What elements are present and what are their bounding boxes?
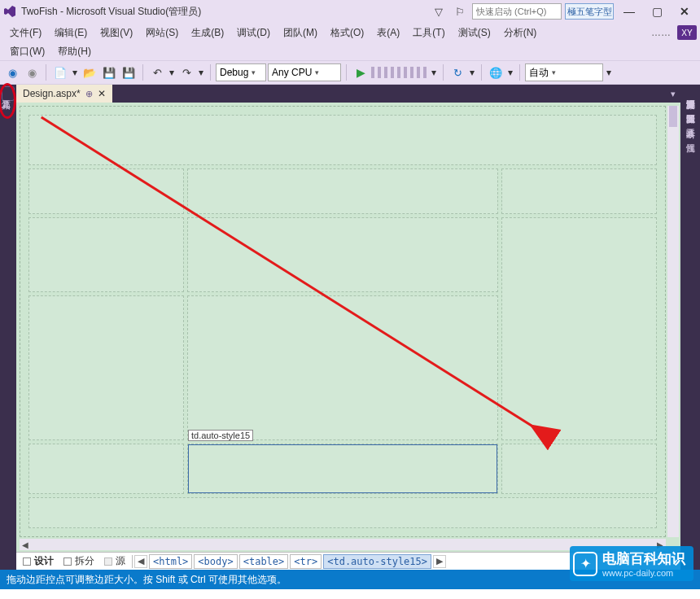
tab-close-icon[interactable]: ✕ [98,88,106,99]
document-tab[interactable]: Design.aspx* ⊕ ✕ [16,85,112,103]
scrollbar-track[interactable] [31,540,654,549]
toolbox-tab[interactable]: 工具箱 [2,86,15,101]
document-area: Design.aspx* ⊕ ✕ ▾ td.auto-sty [16,85,680,570]
view-tab-label: 拆分 [75,554,94,568]
table-cell[interactable] [28,295,184,440]
table-cell[interactable] [28,217,184,292]
layout-table[interactable]: td.auto-style15 [25,111,660,531]
view-tab-split[interactable]: 拆分 [59,553,99,569]
restore-button[interactable]: ▢ [645,3,669,20]
vs-logo-icon [3,5,16,18]
menu-team[interactable]: 团队(M) [277,24,324,42]
redo-button[interactable]: ↷ [177,63,195,81]
table-cell[interactable] [187,295,498,440]
menu-window[interactable]: 窗口(W) [3,43,51,60]
new-project-button[interactable]: 📄 [51,63,69,81]
save-button[interactable]: 💾 [100,63,118,81]
main-area: 工具箱 Design.aspx* ⊕ ✕ ▾ [0,85,700,570]
open-button[interactable]: 📂 [81,63,98,81]
breadcrumb-td[interactable]: <td.auto-style15> [323,554,431,569]
table-cell[interactable] [501,444,657,494]
refresh-dropdown[interactable]: ▾ [468,67,476,78]
auto-dropdown2[interactable]: ▾ [605,67,613,78]
notifications-icon[interactable]: ▽ [430,2,448,20]
auto-combo[interactable]: 自动▾ [525,63,603,81]
table-cell[interactable] [28,168,184,214]
table-cell[interactable] [28,444,184,494]
scroll-left-arrow[interactable]: ◀ [20,539,31,550]
table-cell[interactable]: td.auto-style15 [187,444,498,494]
menu-file[interactable]: 文件(F) [3,24,48,42]
table-cell[interactable] [28,497,657,528]
breadcrumb-next[interactable]: ▶ [433,555,446,568]
menu-debug[interactable]: 调试(D) [230,24,277,42]
title-bar: TwoFish - Microsoft Visual Studio(管理员) ▽… [0,0,700,23]
undo-button[interactable]: ↶ [148,63,166,81]
menu-tools[interactable]: 工具(T) [406,24,451,42]
menu-analyze[interactable]: 分析(N) [497,24,544,42]
team-explorer-tab[interactable]: 团队资源管理器 [683,103,698,112]
menu-build[interactable]: 生成(B) [185,24,230,42]
menu-table[interactable]: 表(A) [370,24,406,42]
split-view-icon [63,557,72,566]
breadcrumb-html[interactable]: <html> [149,554,192,569]
nav-forward-button[interactable]: ◉ [23,63,41,81]
selected-cell[interactable] [188,444,497,493]
breadcrumb-table[interactable]: <table> [239,554,289,569]
save-all-button[interactable]: 💾 [120,63,138,81]
design-canvas[interactable]: td.auto-style15 ◀ ▶ [16,103,680,552]
view-tab-source[interactable]: 源 [99,553,130,569]
table-cell[interactable] [501,217,657,440]
close-button[interactable]: ✕ [672,3,697,20]
table-cell[interactable] [501,168,657,214]
run-button[interactable]: ▶ [352,63,370,81]
platform-combo[interactable]: Any CPU▾ [268,63,341,81]
quick-launch-input[interactable] [472,3,562,20]
table-cell[interactable] [28,115,657,165]
feedback-icon[interactable]: ⚐ [451,2,469,20]
left-rail: 工具箱 [0,85,16,570]
horizontal-scrollbar[interactable]: ◀ ▶ [20,539,666,550]
view-tab-design[interactable]: 设计 [18,553,59,569]
pin-icon[interactable]: ⊕ [85,89,93,99]
source-view-icon [104,557,112,566]
tab-strip: Design.aspx* ⊕ ✕ ▾ [16,85,680,103]
breadcrumb-prev[interactable]: ◀ [134,555,147,568]
run-target-blur[interactable] [371,67,428,78]
menu-test[interactable]: 测试(S) [452,24,497,42]
account-menu[interactable]: …… [651,27,671,38]
redo-dropdown[interactable]: ▾ [197,67,205,78]
browse-dropdown[interactable]: ▾ [506,67,514,78]
menu-format[interactable]: 格式(O) [324,24,370,42]
refresh-button[interactable]: ↻ [448,63,466,81]
browse-button[interactable]: 🌐 [487,63,505,81]
nav-back-button[interactable]: ◉ [3,63,21,81]
minimize-button[interactable]: — [617,3,641,20]
vertical-scrollbar[interactable] [667,106,679,537]
breadcrumb-tr[interactable]: <tr> [290,554,322,569]
watermark-url: www.pc-daily.com [602,568,685,578]
table-cell[interactable] [187,168,498,214]
user-badge[interactable]: XY [677,25,697,40]
solution-explorer-tab[interactable]: 解决方案资源管理器 [683,88,698,98]
view-tab-label: 源 [116,554,125,568]
properties-tab[interactable]: 属性 [683,132,698,142]
toolbar: ◉ ◉ 📄 ▾ 📂 💾 💾 ↶ ▾ ↷ ▾ Debug▾ Any CPU▾ ▶ … [0,60,700,85]
watermark: ✦ 电脑百科知识 www.pc-daily.com [570,546,693,581]
new-project-dropdown[interactable]: ▾ [71,67,79,78]
scrollbar-thumb[interactable] [669,106,677,127]
undo-dropdown[interactable]: ▾ [168,67,176,78]
menu-view[interactable]: 视图(V) [94,24,139,42]
selected-cell-tag: td.auto-style15 [188,430,253,441]
run-dropdown[interactable]: ▾ [430,67,438,78]
auto-label: 自动 [529,66,549,80]
menu-edit[interactable]: 编辑(E) [48,24,94,42]
tab-overflow-button[interactable]: ▾ [666,85,680,103]
diagnostics-tab[interactable]: 诊断工具 [683,117,698,127]
table-cell[interactable] [187,217,498,292]
menu-help[interactable]: 帮助(H) [51,43,98,60]
menu-website[interactable]: 网站(S) [139,24,185,42]
config-combo[interactable]: Debug▾ [216,63,266,81]
breadcrumb-body[interactable]: <body> [194,554,237,569]
ime-badge[interactable]: 極五笔字型 [565,3,614,20]
